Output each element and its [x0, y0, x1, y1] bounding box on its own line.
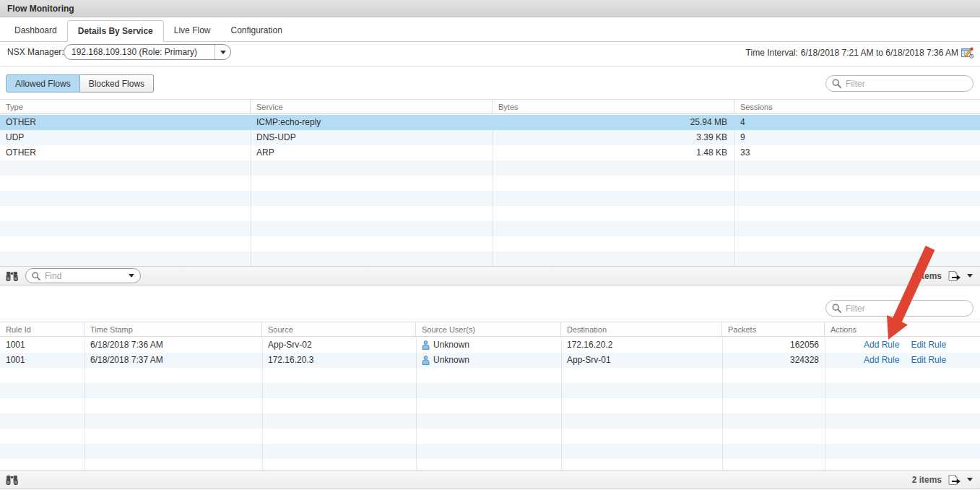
edit-rule-link[interactable]: Edit Rule [911, 353, 946, 368]
table-row[interactable]: 1001 6/18/2018 7:37 AM 172.16.20.3 Unkno… [0, 353, 980, 368]
column-header-sessions[interactable]: Sessions [734, 100, 980, 113]
find-box[interactable] [25, 268, 141, 283]
table-row[interactable]: 1001 6/18/2018 7:36 AM App-Srv-02 Unknow… [0, 338, 980, 353]
services-filter-input[interactable] [846, 79, 967, 89]
cell-source: 172.16.20.3 [262, 353, 416, 368]
search-icon [832, 304, 841, 313]
column-header-source-users[interactable]: Source User(s) [416, 322, 561, 336]
cell-actions: Add Rule Edit Rule [825, 353, 980, 368]
toolbar-divider [0, 66, 980, 67]
column-header-time-stamp[interactable]: Time Stamp [84, 322, 262, 336]
column-header-rule-id[interactable]: Rule Id [0, 322, 84, 336]
source-user-label: Unknown [433, 353, 469, 368]
column-header-destination[interactable]: Destination [561, 322, 722, 336]
cell-sessions: 9 [734, 130, 980, 145]
cell-bytes: 3.39 KB [493, 130, 734, 145]
time-interval-label: Time Interval: [746, 48, 798, 58]
source-user-label: Unknown [433, 338, 469, 353]
flows-filter-input[interactable] [846, 304, 967, 314]
table-row[interactable]: OTHER ICMP:echo-reply 25.94 MB 4 [0, 115, 980, 130]
add-rule-link[interactable]: Add Rule [864, 353, 899, 368]
table-row[interactable]: UDP DNS-UDP 3.39 KB 9 [0, 130, 980, 145]
table-row[interactable]: OTHER ARP 1.48 KB 33 [0, 145, 980, 160]
export-options-chevron-icon[interactable] [967, 478, 973, 481]
tab-configuration[interactable]: Configuration [220, 20, 292, 41]
cell-service: ARP [251, 145, 493, 160]
binoculars-icon[interactable] [6, 271, 18, 281]
cell-type: OTHER [0, 145, 251, 160]
cell-source: App-Srv-02 [262, 338, 416, 353]
cell-sessions: 4 [734, 115, 980, 130]
cell-bytes: 1.48 KB [493, 145, 734, 160]
time-interval-value: 6/18/2018 7:21 AM to 6/18/2018 7:36 AM [801, 48, 958, 58]
cell-rule-id: 1001 [0, 338, 84, 353]
flows-table-body: 1001 6/18/2018 7:36 AM App-Srv-02 Unknow… [0, 338, 980, 470]
services-table-body: OTHER ICMP:echo-reply 25.94 MB 4 UDP DNS… [0, 115, 980, 266]
edit-rule-link[interactable]: Edit Rule [911, 338, 946, 353]
column-header-packets[interactable]: Packets [722, 322, 825, 336]
binoculars-icon[interactable] [6, 475, 18, 485]
chevron-down-icon[interactable] [129, 274, 134, 278]
column-header-bytes[interactable]: Bytes [493, 100, 734, 113]
blocked-flows-button[interactable]: Blocked Flows [80, 74, 154, 93]
cell-time-stamp: 6/18/2018 7:37 AM [84, 353, 262, 368]
search-icon [32, 272, 40, 280]
toolbar-row: NSX Manager: 192.168.109.130 (Role: Prim… [0, 42, 980, 66]
services-filter-box[interactable] [825, 75, 974, 92]
edit-time-interval-icon[interactable] [961, 47, 974, 59]
chevron-down-icon [220, 51, 226, 54]
cell-destination: 172.16.20.2 [561, 338, 722, 353]
flows-filter-box[interactable] [825, 300, 974, 317]
column-header-source[interactable]: Source [262, 322, 416, 336]
tab-dashboard[interactable]: Dashboard [4, 20, 67, 41]
flows-table-footer: 2 items [0, 470, 980, 489]
cell-time-stamp: 6/18/2018 7:36 AM [84, 338, 262, 353]
time-interval: Time Interval: 6/18/2018 7:21 AM to 6/18… [746, 47, 974, 59]
page-title: Flow Monitoring [0, 0, 980, 17]
cell-type: OTHER [0, 115, 251, 130]
nsx-manager-dropdown-button[interactable] [214, 45, 230, 59]
cell-type: UDP [0, 130, 251, 145]
cell-destination: App-Srv-01 [561, 353, 722, 368]
search-icon [832, 79, 841, 88]
user-icon [422, 340, 430, 350]
cell-rule-id: 1001 [0, 353, 84, 368]
allowed-flows-button[interactable]: Allowed Flows [6, 74, 80, 93]
user-icon [422, 356, 430, 365]
cell-packets: 162056 [722, 338, 825, 353]
cell-sessions: 33 [734, 145, 980, 160]
flow-type-toggle: Allowed Flows Blocked Flows [6, 74, 154, 93]
nsx-manager-value: 192.168.109.130 (Role: Primary) [64, 47, 214, 57]
tab-bar: Dashboard Details By Service Live Flow C… [0, 20, 980, 42]
column-header-type[interactable]: Type [0, 100, 251, 113]
services-items-count: 3 items [912, 271, 942, 281]
cell-source-user: Unknown [416, 338, 561, 353]
add-rule-link[interactable]: Add Rule [864, 338, 899, 353]
services-table-footer: 3 items [0, 266, 980, 285]
cell-bytes: 25.94 MB [493, 115, 734, 130]
column-header-service[interactable]: Service [251, 100, 493, 113]
cell-actions: Add Rule Edit Rule [825, 338, 980, 353]
nsx-manager-label: NSX Manager: [7, 47, 64, 57]
flows-items-count: 2 items [912, 475, 942, 485]
export-icon[interactable] [948, 270, 961, 282]
export-options-chevron-icon[interactable] [967, 274, 973, 278]
cell-packets: 324328 [722, 353, 825, 368]
export-icon[interactable] [948, 474, 961, 486]
tab-live-flow[interactable]: Live Flow [164, 20, 221, 41]
nsx-manager-select[interactable]: 192.168.109.130 (Role: Primary) [64, 44, 231, 60]
find-input[interactable] [45, 271, 107, 281]
column-header-actions[interactable]: Actions [825, 322, 980, 336]
flow-monitoring-window: Flow Monitoring Dashboard Details By Ser… [0, 0, 980, 490]
services-table-header: Type Service Bytes Sessions [0, 99, 980, 114]
tab-details-by-service[interactable]: Details By Service [67, 20, 164, 42]
cell-service: DNS-UDP [251, 130, 493, 145]
cell-source-user: Unknown [416, 353, 561, 368]
flows-table-header: Rule Id Time Stamp Source Source User(s)… [0, 322, 980, 337]
cell-service: ICMP:echo-reply [251, 115, 493, 130]
